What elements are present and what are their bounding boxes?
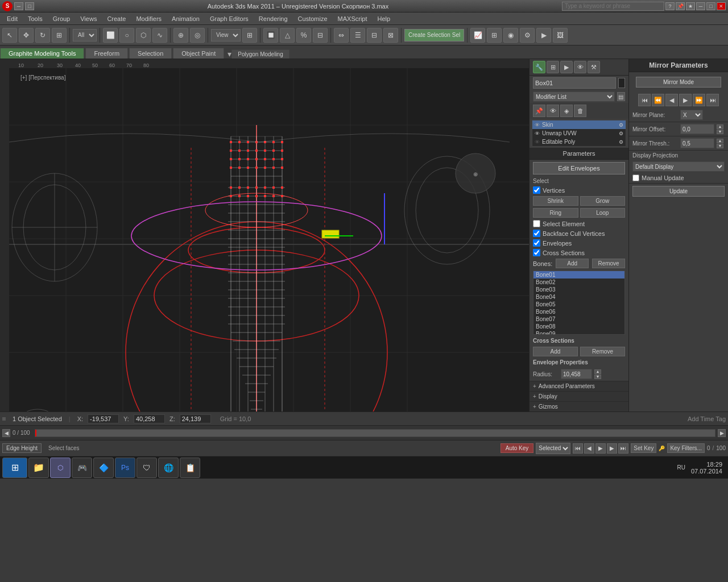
modifier-list-dropdown[interactable]: Modifier List xyxy=(533,92,615,102)
start-button[interactable]: ⊞ xyxy=(2,458,27,478)
modifier-skin[interactable]: 👁 Skin ⚙ xyxy=(532,120,626,129)
tab-polygon-modeling[interactable]: Polygon Modeling xyxy=(231,49,289,59)
move-transform-icon[interactable]: ⊕ xyxy=(173,28,188,43)
select-element-checkbox[interactable] xyxy=(533,220,540,227)
taskbar-app6-icon[interactable]: 📋 xyxy=(180,458,200,478)
object-color-swatch[interactable] xyxy=(618,78,625,88)
radius-down-icon[interactable]: ▼ xyxy=(594,375,601,379)
scale-icon[interactable]: ⊞ xyxy=(52,28,67,43)
menu-rendering[interactable]: Rendering xyxy=(254,14,292,23)
radius-spinner[interactable]: ▲ ▼ xyxy=(594,369,601,379)
bone-item[interactable]: Bone05 xyxy=(533,301,624,308)
mirror-icon-1[interactable]: ⏮ xyxy=(638,94,651,106)
schematic-view-icon[interactable]: ⊞ xyxy=(487,28,502,43)
key-icon[interactable]: 🔑 xyxy=(659,446,665,451)
bones-remove-button[interactable]: Remove xyxy=(592,259,625,268)
tab-object-paint[interactable]: Object Paint xyxy=(173,48,224,59)
bone-item[interactable]: Bone04 xyxy=(533,293,624,301)
cross-sections-remove-button[interactable]: Remove xyxy=(580,347,625,356)
percent-snap-icon[interactable]: % xyxy=(296,28,311,43)
taskbar-antivirus-icon[interactable]: 🛡 xyxy=(136,458,157,478)
make-unique-icon[interactable]: ◈ xyxy=(560,105,573,117)
bone-list[interactable]: Bone01 Bone02 Bone03 Bone04 Bone05 Bone0… xyxy=(533,271,625,335)
select-region-fence-icon[interactable]: ⬡ xyxy=(136,28,151,43)
mirror-thresh-spinner[interactable]: ▲ ▼ xyxy=(717,139,723,148)
hierarchy-panel-icon[interactable]: ⊞ xyxy=(547,61,559,73)
loop-button[interactable]: Loop xyxy=(580,208,626,218)
menu-views[interactable]: Views xyxy=(76,14,101,23)
bone-item[interactable]: Bone09 xyxy=(533,330,624,335)
unwrap-settings-icon[interactable]: ⚙ xyxy=(619,131,623,136)
offset-down-icon[interactable]: ▼ xyxy=(717,130,723,134)
view-dropdown[interactable]: View xyxy=(211,29,241,41)
window-close-icon[interactable]: ✕ xyxy=(717,2,726,10)
radius-input[interactable] xyxy=(561,369,592,379)
timeline-arrow-icon[interactable]: ◀ xyxy=(2,429,10,437)
snap-toggle-icon[interactable]: 🔲 xyxy=(263,28,278,43)
cross-sections-checkbox[interactable] xyxy=(533,249,540,256)
menu-create[interactable]: Create xyxy=(102,14,130,23)
tab-selection[interactable]: Selection xyxy=(129,48,172,59)
thresh-down-icon[interactable]: ▼ xyxy=(717,144,723,148)
mirror-plane-dropdown[interactable]: X Y Z xyxy=(680,110,703,120)
search-input[interactable] xyxy=(562,2,664,11)
taskbar-explorer-icon[interactable]: 📁 xyxy=(28,458,49,478)
motion-panel-icon[interactable]: ▶ xyxy=(560,61,573,73)
vertices-checkbox[interactable] xyxy=(533,186,540,194)
select-icon[interactable]: ↖ xyxy=(2,28,17,43)
menu-graph-editors[interactable]: Graph Editors xyxy=(205,14,253,23)
normal-align-icon[interactable]: ⊠ xyxy=(383,28,398,43)
bone-item[interactable]: Bone06 xyxy=(533,308,624,315)
configure-modifier-sets-icon[interactable]: ▤ xyxy=(617,92,625,101)
help-icon[interactable]: ? xyxy=(665,2,675,10)
selected-dropdown[interactable]: Selected xyxy=(536,443,570,454)
add-time-tag-btn[interactable]: Add Time Tag xyxy=(688,415,726,422)
remove-modifier-icon[interactable]: 🗑 xyxy=(574,105,586,117)
bone-item[interactable]: Bone03 xyxy=(533,286,624,293)
mirror-thresh-input[interactable] xyxy=(680,138,714,148)
spinner-snap-icon[interactable]: ⊟ xyxy=(313,28,328,43)
window-min-icon[interactable]: ─ xyxy=(696,2,705,10)
curve-editor-icon[interactable]: 📈 xyxy=(470,28,485,43)
gizmos-collapse[interactable]: + Gizmos xyxy=(530,401,628,411)
mirror-icon-6[interactable]: ⏭ xyxy=(706,94,719,106)
mirror-offset-input[interactable] xyxy=(680,124,714,134)
mirror-mode-button[interactable]: Mirror Mode xyxy=(636,77,721,88)
show-result-icon[interactable]: 👁 xyxy=(547,105,559,117)
tab-freeform[interactable]: Freeform xyxy=(85,48,128,59)
offset-up-icon[interactable]: ▲ xyxy=(717,124,723,129)
shrink-button[interactable]: Shrink xyxy=(533,196,578,206)
object-name-input[interactable] xyxy=(533,77,616,89)
bone-item[interactable]: Bone07 xyxy=(533,315,624,323)
render-icon[interactable]: ▶ xyxy=(536,28,551,43)
quick-align-icon[interactable]: ⊟ xyxy=(367,28,382,43)
cross-sections-add-button[interactable]: Add xyxy=(533,347,578,356)
edit-envelopes-button[interactable]: Edit Envelopes xyxy=(533,162,625,174)
select-region-lasso-icon[interactable]: ∿ xyxy=(152,28,167,43)
taskbar-unity-icon[interactable]: 🔷 xyxy=(93,458,114,478)
timeline-track[interactable] xyxy=(35,429,715,437)
epoly-settings-icon[interactable]: ⚙ xyxy=(619,139,623,145)
bones-add-button[interactable]: Add xyxy=(556,259,589,268)
taskbar-steam-icon[interactable]: 🎮 xyxy=(72,458,92,478)
set-key-button[interactable]: Set Key xyxy=(631,443,656,453)
envelopes-checkbox[interactable] xyxy=(533,239,540,247)
next-frame-icon[interactable]: ▶ xyxy=(607,443,617,454)
advanced-params-collapse[interactable]: + Advanced Parameters xyxy=(530,381,628,391)
menu-edit[interactable]: Edit xyxy=(2,14,22,23)
select-region-circle-icon[interactable]: ○ xyxy=(119,28,134,43)
radius-up-icon[interactable]: ▲ xyxy=(594,369,601,374)
restore-icon[interactable]: □ xyxy=(25,2,34,10)
menu-modifiers[interactable]: Modifiers xyxy=(131,14,166,23)
selection-filter-dropdown[interactable]: All xyxy=(73,29,97,41)
utilities-panel-icon[interactable]: ⚒ xyxy=(588,61,600,73)
pin-icon[interactable]: 📌 xyxy=(676,2,685,10)
bone-item[interactable]: Bone01 xyxy=(533,271,624,278)
menu-group[interactable]: Group xyxy=(48,14,75,23)
display-projection-dropdown[interactable]: Default Display xyxy=(632,161,725,172)
play-icon[interactable]: ▶ xyxy=(595,443,606,454)
mirror-icon-5[interactable]: ⏩ xyxy=(693,94,705,106)
taskbar-photoshop-icon[interactable]: Ps xyxy=(115,458,135,478)
display-collapse[interactable]: + Display xyxy=(530,391,628,401)
prev-frame-icon[interactable]: ◀ xyxy=(584,443,594,454)
